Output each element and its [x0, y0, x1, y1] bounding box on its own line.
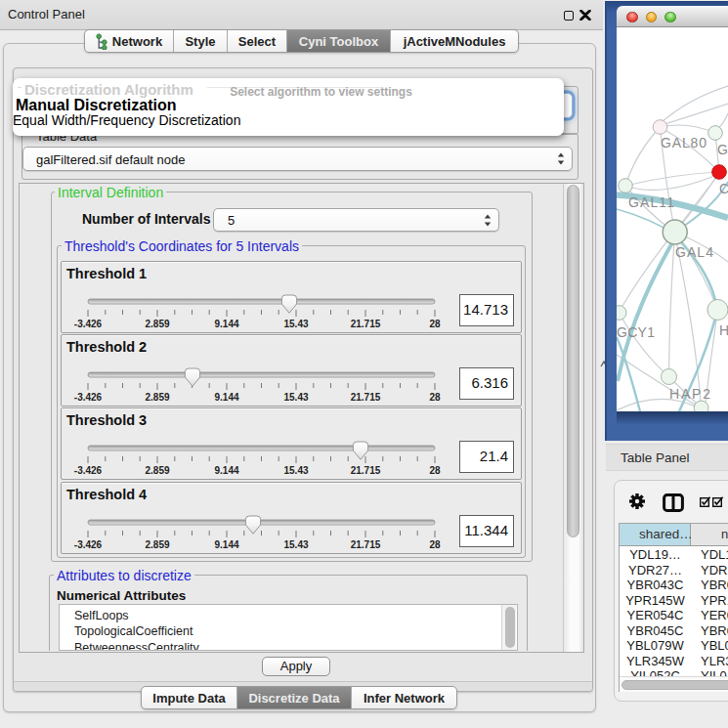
svg-text:GCY1: GCY1: [617, 324, 655, 340]
svg-text:21.715: 21.715: [351, 539, 381, 550]
svg-text:-3.426: -3.426: [74, 392, 103, 403]
svg-text:15.43: 15.43: [283, 539, 308, 550]
svg-text:GA: GA: [717, 142, 728, 157]
svg-text:2.859: 2.859: [145, 539, 169, 550]
svg-text:GAL80: GAL80: [661, 135, 707, 150]
svg-text:-3.426: -3.426: [74, 319, 103, 329]
svg-text:HAP2: HAP2: [669, 386, 710, 402]
svg-text:GAL4: GAL4: [675, 244, 713, 260]
svg-text:2.859: 2.859: [145, 465, 169, 476]
svg-text:21.715: 21.715: [351, 319, 381, 329]
svg-text:28: 28: [429, 392, 441, 403]
svg-text:15.43: 15.43: [283, 465, 308, 476]
svg-text:28: 28: [429, 539, 441, 550]
svg-text:21.715: 21.715: [351, 392, 381, 403]
svg-text:2.859: 2.859: [145, 319, 169, 329]
svg-text:21.715: 21.715: [351, 465, 381, 476]
svg-text:9.144: 9.144: [214, 319, 238, 329]
svg-text:-3.426: -3.426: [74, 465, 103, 476]
svg-text:GAL11: GAL11: [628, 194, 674, 210]
svg-text:28: 28: [429, 465, 441, 476]
svg-text:15.43: 15.43: [283, 319, 308, 329]
svg-text:9.144: 9.144: [214, 465, 238, 476]
svg-text:H: H: [719, 322, 728, 338]
svg-text:28: 28: [429, 319, 441, 329]
svg-text:2.859: 2.859: [145, 392, 169, 403]
svg-text:C: C: [719, 181, 728, 196]
svg-text:9.144: 9.144: [214, 539, 238, 550]
svg-text:9.144: 9.144: [214, 392, 238, 403]
svg-text:-3.426: -3.426: [74, 539, 103, 550]
svg-text:15.43: 15.43: [283, 392, 308, 403]
